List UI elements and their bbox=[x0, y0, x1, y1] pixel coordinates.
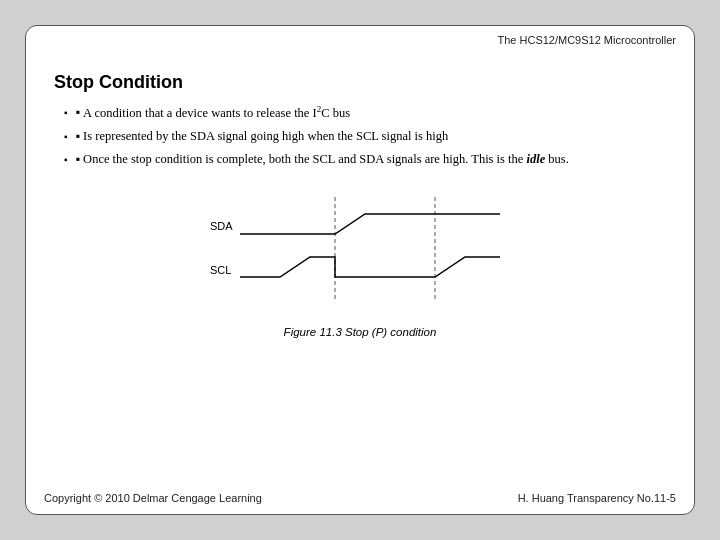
header-title: The HCS12/MC9S12 Microcontroller bbox=[497, 34, 676, 46]
diagram-svg-container: SDA SCL bbox=[180, 192, 540, 322]
bullet-marker-3: ▪ bbox=[76, 150, 84, 169]
diagram-caption: Figure 11.3 Stop (P) condition bbox=[284, 326, 437, 338]
section-title: Stop Condition bbox=[54, 72, 666, 93]
attribution-text: H. Huang Transparency No.11-5 bbox=[518, 492, 676, 504]
bullet-marker-2: ▪ bbox=[76, 127, 84, 146]
idle-text: idle bbox=[526, 152, 545, 166]
bullet-text-3: Once the stop condition is complete, bot… bbox=[83, 150, 569, 169]
bullet-text-1: A condition that a device wants to relea… bbox=[83, 103, 350, 123]
scl-label: SCL bbox=[210, 264, 231, 276]
bullet-text-2: Is represented by the SDA signal going h… bbox=[83, 127, 448, 146]
sda-label: SDA bbox=[210, 220, 233, 232]
scl-waveform bbox=[240, 257, 500, 277]
slide: The HCS12/MC9S12 Microcontroller Stop Co… bbox=[25, 25, 695, 515]
bullet-marker-1: ▪ bbox=[76, 103, 84, 122]
waveform-svg: SDA SCL bbox=[180, 192, 540, 322]
bullet-item-2: ▪ Is represented by the SDA signal going… bbox=[64, 127, 666, 146]
bullet-item-3: ▪ Once the stop condition is complete, b… bbox=[64, 150, 666, 169]
footer: Copyright © 2010 Delmar Cengage Learning… bbox=[44, 492, 676, 504]
sda-waveform bbox=[240, 214, 500, 234]
copyright-text: Copyright © 2010 Delmar Cengage Learning bbox=[44, 492, 262, 504]
bullet-list: ▪ A condition that a device wants to rel… bbox=[64, 103, 666, 172]
page-container: The HCS12/MC9S12 Microcontroller Stop Co… bbox=[0, 0, 720, 540]
bullet-item-1: ▪ A condition that a device wants to rel… bbox=[64, 103, 666, 123]
diagram-area: SDA SCL Figure 11.3 Stop (P) cond bbox=[54, 192, 666, 500]
